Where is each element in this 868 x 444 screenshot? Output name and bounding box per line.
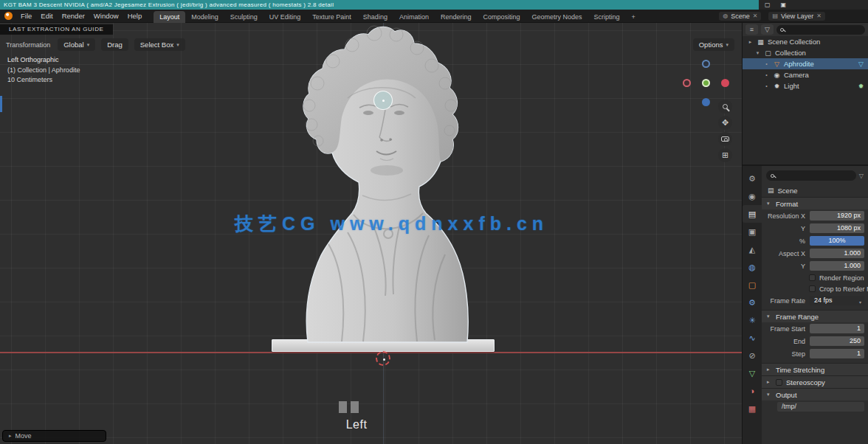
tab-tool-icon[interactable]: ⚙ bbox=[743, 170, 762, 187]
outliner-row-camera[interactable]: • ◉ Camera bbox=[743, 69, 868, 80]
tab-scene-icon[interactable]: ◭ bbox=[743, 240, 762, 258]
properties-search-input[interactable] bbox=[766, 170, 856, 181]
camera-icon: ◉ bbox=[773, 72, 781, 79]
frame-rate-dropdown[interactable]: 24 fps▾ bbox=[810, 296, 864, 306]
disclosure-icon[interactable]: ▾ bbox=[754, 50, 761, 56]
tab-layout[interactable]: Layout bbox=[154, 11, 185, 23]
3d-cursor[interactable] bbox=[376, 351, 390, 366]
axis-x-negative[interactable] bbox=[683, 79, 691, 87]
drag-dropdown[interactable]: Drag bbox=[101, 38, 128, 51]
maximize-window-icon[interactable]: ▣ bbox=[781, 1, 787, 8]
mesh-data-icon[interactable]: ▽ bbox=[857, 60, 865, 68]
tab-view-layer-icon[interactable]: ▣ bbox=[743, 223, 762, 240]
filter-button[interactable]: ▽ bbox=[761, 24, 774, 35]
orientation-dropdown[interactable]: Global ▾ bbox=[58, 38, 95, 51]
resolution-scale-row: % 100% bbox=[762, 235, 868, 247]
move-tool-gizmo[interactable] bbox=[373, 91, 393, 110]
tab-object-icon[interactable]: ▢ bbox=[743, 276, 762, 294]
tab-uv-editing[interactable]: UV Editing bbox=[264, 11, 307, 23]
window-title: KGT BAM 3 Descent NVIDIA ( amd/A2 Jegesa… bbox=[0, 1, 759, 8]
axis-x-positive[interactable] bbox=[721, 79, 729, 87]
tab-constraints-icon[interactable]: ⊘ bbox=[743, 347, 762, 364]
view-layer-selector[interactable]: ▤ View Layer ✕ bbox=[768, 12, 825, 21]
menu-help[interactable]: Help bbox=[123, 10, 147, 22]
menu-file[interactable]: File bbox=[16, 10, 36, 22]
scene-selector[interactable]: ◍ Scene ✕ bbox=[719, 12, 761, 21]
axis-z-negative[interactable] bbox=[702, 98, 710, 106]
orientation-value: Global bbox=[63, 41, 83, 49]
blender-window: KGT BAM 3 Descent NVIDIA ( amd/A2 Jegesa… bbox=[0, 0, 868, 444]
axis-z-positive[interactable] bbox=[702, 60, 710, 68]
tab-animation[interactable]: Animation bbox=[393, 11, 435, 23]
gizmo-center[interactable] bbox=[702, 79, 710, 87]
crop-region-checkbox[interactable] bbox=[809, 285, 816, 292]
statue-object[interactable] bbox=[277, 23, 491, 344]
stereoscopy-checkbox[interactable] bbox=[776, 379, 782, 386]
last-operator-panel[interactable]: ▸ Move bbox=[2, 430, 106, 442]
section-header-time-stretching[interactable]: ▸ Time Stretching bbox=[762, 363, 868, 375]
tab-texture-icon[interactable]: ▦ bbox=[743, 400, 762, 417]
caret-down-icon: ▾ bbox=[767, 313, 772, 319]
zoom-button[interactable] bbox=[718, 100, 732, 114]
aspect-y-field[interactable]: 1.000 bbox=[810, 261, 864, 271]
menu-edit[interactable]: Edit bbox=[36, 10, 57, 22]
editor-type-button[interactable]: ≡ bbox=[745, 24, 758, 35]
tab-modifiers-icon[interactable]: ⚙ bbox=[743, 294, 762, 311]
outliner-row-scene-collection[interactable]: ▸ ▦ Scene Collection bbox=[743, 36, 868, 47]
frame-start-field[interactable]: 1 bbox=[810, 324, 864, 334]
menu-window[interactable]: Window bbox=[89, 10, 123, 22]
select-mode-dropdown[interactable]: Select Box ▾ bbox=[134, 38, 185, 51]
tab-world-icon[interactable]: ◍ bbox=[743, 258, 762, 276]
tab-texture-paint[interactable]: Texture Paint bbox=[306, 11, 357, 23]
tab-compositing[interactable]: Compositing bbox=[477, 11, 526, 23]
restore-window-icon[interactable]: ▢ bbox=[765, 1, 771, 8]
tab-render-icon[interactable]: ◉ bbox=[743, 187, 762, 205]
window-controls: ▢ ▣ bbox=[759, 0, 868, 10]
resolution-y-field[interactable]: 1080 px bbox=[810, 223, 864, 234]
pan-button[interactable]: ✥ bbox=[718, 116, 732, 130]
tab-rendering[interactable]: Rendering bbox=[435, 11, 478, 23]
menu-render[interactable]: Render bbox=[58, 10, 89, 22]
tab-output-icon[interactable]: ▤ bbox=[743, 205, 762, 223]
caret-right-icon: ▸ bbox=[767, 367, 772, 372]
resolution-scale-slider[interactable]: 100% bbox=[810, 236, 864, 246]
camera-view-button[interactable] bbox=[718, 132, 732, 146]
frame-step-field[interactable]: 1 bbox=[810, 349, 864, 359]
section-header-frame-range[interactable]: ▾ Frame Range bbox=[762, 310, 868, 322]
filter-icon[interactable]: ▽ bbox=[859, 173, 864, 179]
tab-physics-icon[interactable]: ∿ bbox=[743, 329, 762, 347]
tab-add-workspace[interactable]: + bbox=[626, 11, 641, 23]
camera-icon bbox=[721, 136, 729, 142]
tab-shading[interactable]: Shading bbox=[357, 11, 393, 23]
bullet-icon: • bbox=[763, 83, 770, 89]
output-path-field[interactable]: /tmp/ bbox=[777, 402, 864, 412]
unlink-scene-icon[interactable]: ✕ bbox=[753, 13, 758, 19]
blender-logo-icon[interactable] bbox=[4, 12, 13, 20]
outliner-row-collection[interactable]: ▾ ▢ Collection bbox=[743, 47, 868, 58]
tab-geometry-nodes[interactable]: Geometry Nodes bbox=[526, 11, 588, 23]
render-region-checkbox[interactable] bbox=[809, 274, 816, 281]
tab-object-data-icon[interactable]: ▽ bbox=[743, 364, 762, 382]
3d-viewport[interactable]: LAST EXTRACTION AN GUIDE Transformation … bbox=[0, 23, 742, 444]
outliner-row-aphrodite[interactable]: • ▽ Aphrodite ▽ bbox=[743, 58, 868, 69]
tab-modeling[interactable]: Modeling bbox=[185, 11, 224, 23]
resolution-x-field[interactable]: 1920 px bbox=[810, 211, 864, 221]
section-header-format[interactable]: ▾ Format bbox=[762, 197, 868, 209]
tab-sculpting[interactable]: Sculpting bbox=[224, 11, 264, 23]
ortho-toggle-button[interactable]: ⊞ bbox=[718, 148, 732, 162]
aspect-x-field[interactable]: 1.000 bbox=[810, 249, 864, 259]
frame-end-field[interactable]: 250 bbox=[810, 336, 864, 347]
remove-view-layer-icon[interactable]: ✕ bbox=[816, 13, 822, 19]
section-header-stereoscopy[interactable]: ▸ Stereoscopy bbox=[762, 375, 868, 388]
outliner-item-label: Camera bbox=[784, 71, 809, 79]
options-dropdown[interactable]: Options ▾ bbox=[693, 38, 734, 51]
tab-scripting[interactable]: Scripting bbox=[588, 11, 626, 23]
tab-material-icon[interactable]: ◑ bbox=[743, 382, 762, 400]
disclosure-icon[interactable]: ▸ bbox=[747, 39, 754, 45]
tab-particles-icon[interactable]: ✳ bbox=[743, 311, 762, 329]
outliner-search-input[interactable] bbox=[776, 25, 865, 35]
search-icon bbox=[771, 174, 774, 178]
light-data-icon[interactable]: ✹ bbox=[857, 83, 865, 90]
outliner-row-light[interactable]: • ✹ Light ✹ bbox=[743, 80, 868, 91]
section-header-output[interactable]: ▾ Output bbox=[762, 388, 868, 400]
